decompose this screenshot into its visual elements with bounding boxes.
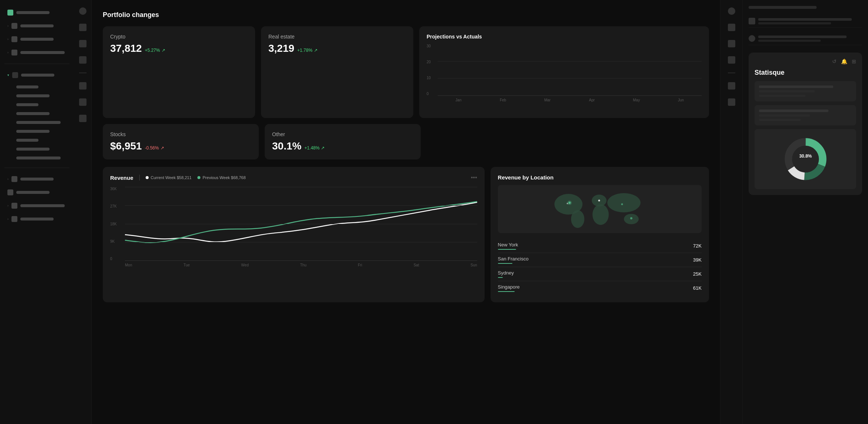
location-ny-value: 72K bbox=[693, 243, 702, 249]
location-sf-info: San Francisco bbox=[498, 256, 529, 264]
sidebar-sub-label-6 bbox=[16, 130, 50, 133]
notif-row-1[interactable] bbox=[749, 15, 862, 28]
strip-icon-3[interactable] bbox=[79, 40, 87, 47]
sidebar-sub-7[interactable] bbox=[13, 137, 69, 144]
location-ny-bar bbox=[498, 249, 516, 250]
sidebar-sub-5[interactable] bbox=[13, 119, 69, 126]
sidebar-icon-4 bbox=[11, 50, 17, 55]
stat-row-2 bbox=[759, 90, 815, 92]
top-bar bbox=[749, 6, 817, 9]
layout-icon[interactable]: ⊞ bbox=[852, 58, 856, 64]
second-cards-row: Stocks $6,951 -0.56% ↗ Other 30.1% +1.48… bbox=[103, 124, 709, 159]
strip-icon-2[interactable] bbox=[79, 24, 87, 31]
sidebar-expand-2[interactable]: › bbox=[7, 24, 9, 28]
donut-svg: 30.8% bbox=[781, 135, 830, 183]
strip-icon-1[interactable] bbox=[79, 7, 87, 15]
x-sat: Sat bbox=[414, 263, 419, 267]
sidebar-bottom-2[interactable] bbox=[4, 187, 69, 198]
sidebar-bottom-icon-1 bbox=[11, 176, 17, 182]
legend-label-previous: Previous Week $68,768 bbox=[203, 175, 246, 180]
strip-right-icon-2[interactable] bbox=[728, 24, 735, 31]
x-thu: Thu bbox=[300, 263, 306, 267]
bottom-row: Revenue Current Week $58,211 Previous We… bbox=[103, 167, 709, 302]
sidebar-bottom-1[interactable]: › bbox=[4, 174, 69, 184]
revenue-title: Revenue bbox=[110, 175, 133, 181]
x-label-feb: Feb bbox=[482, 98, 523, 102]
x-label-may: May bbox=[616, 98, 657, 102]
notification-icon[interactable]: 🔔 bbox=[841, 58, 847, 64]
history-icon[interactable]: ↺ bbox=[832, 58, 837, 64]
donut-percent-text: 30.8% bbox=[799, 154, 811, 159]
x-tue: Tue bbox=[183, 263, 190, 267]
location-singapore-name: Singapore bbox=[498, 284, 520, 290]
sidebar-group-header[interactable]: ▾ bbox=[4, 70, 69, 80]
strip-right-icon-3[interactable] bbox=[728, 40, 735, 47]
sidebar-bottom-3[interactable]: › bbox=[4, 201, 69, 211]
location-row-sydney: Sydney 25K bbox=[498, 267, 702, 281]
sidebar-expand-3[interactable]: › bbox=[7, 37, 9, 41]
location-singapore-bar bbox=[498, 291, 515, 292]
sidebar-sub-2[interactable] bbox=[13, 92, 69, 100]
y-27k: 27K bbox=[110, 204, 123, 208]
x-label-jun: Jun bbox=[660, 98, 702, 102]
statisque-panel: ↺ 🔔 ⊞ Statisque bbox=[749, 53, 862, 195]
sidebar-sub-8[interactable] bbox=[13, 145, 69, 153]
strip-icon-5[interactable] bbox=[79, 82, 87, 90]
sidebar-expand-4[interactable]: › bbox=[7, 51, 9, 54]
location-rows: New York 72K San Francisco 39K Sydney bbox=[498, 239, 702, 295]
location-title: Revenue by Location bbox=[498, 174, 702, 181]
location-singapore-info: Singapore bbox=[498, 284, 520, 292]
strip-icon-7[interactable] bbox=[79, 115, 87, 122]
projections-card: Projections vs Actuals 30 20 10 0 bbox=[419, 26, 709, 118]
bar-chart-x-labels: Jan Feb Mar Apr May Jun bbox=[438, 98, 702, 102]
notif-row-2[interactable] bbox=[749, 32, 862, 45]
top-cards-row: Crypto 37,812 +5.27% ↗ Real estate 3,219… bbox=[103, 26, 709, 118]
sidebar-sub-9[interactable] bbox=[13, 154, 69, 162]
notif-text-1b bbox=[758, 22, 831, 24]
sidebar-item-2[interactable]: › bbox=[4, 21, 69, 31]
main-content: Portfolio changes Crypto 37,812 +5.27% ↗… bbox=[92, 0, 720, 424]
strip-right-divider bbox=[728, 73, 735, 73]
statisque-donut-card: 30.8% bbox=[755, 129, 856, 189]
location-sydney-info: Sydney bbox=[498, 270, 514, 278]
sidebar-sub-1[interactable] bbox=[13, 83, 69, 91]
stat-row-3 bbox=[759, 95, 806, 97]
strip-right-icon-4[interactable] bbox=[728, 56, 735, 64]
location-sydney-name: Sydney bbox=[498, 270, 514, 276]
strip-right-icon-1[interactable] bbox=[728, 7, 735, 15]
strip-right-icon-6[interactable] bbox=[728, 98, 735, 106]
y-9k: 9K bbox=[110, 239, 123, 243]
world-map bbox=[498, 185, 702, 233]
strip-right-icon-5[interactable] bbox=[728, 82, 735, 90]
statisque-card-1 bbox=[755, 81, 856, 101]
sidebar-label-2 bbox=[20, 24, 54, 27]
location-row-singapore: Singapore 61K bbox=[498, 281, 702, 295]
strip-icon-4[interactable] bbox=[79, 56, 87, 64]
sidebar-sub-label-5 bbox=[16, 121, 61, 124]
revenue-more-button[interactable]: ••• bbox=[471, 174, 477, 181]
location-card: Revenue by Location bbox=[491, 167, 709, 302]
x-fri: Fri bbox=[358, 263, 362, 267]
other-value: 30.1% bbox=[272, 140, 301, 152]
location-sf-name: San Francisco bbox=[498, 256, 529, 262]
dot-sf bbox=[566, 203, 568, 204]
y-0: 0 bbox=[110, 257, 123, 261]
sidebar-bottom-icon-4 bbox=[11, 216, 17, 222]
sidebar-sub-label-7 bbox=[16, 139, 38, 142]
strip-icon-6[interactable] bbox=[79, 98, 87, 106]
notif-icon-1 bbox=[749, 18, 755, 24]
sidebar-item-3[interactable]: › bbox=[4, 34, 69, 44]
projections-title: Projections vs Actuals bbox=[427, 34, 702, 40]
sidebar-item-1[interactable] bbox=[4, 7, 69, 18]
sidebar-sub-4[interactable] bbox=[13, 110, 69, 117]
x-label-mar: Mar bbox=[527, 98, 568, 102]
other-card: Other 30.1% +1.48% ↗ bbox=[265, 124, 421, 159]
sidebar-bottom-4[interactable]: › bbox=[4, 214, 69, 224]
sidebar-sub-6[interactable] bbox=[13, 128, 69, 135]
x-label-jan: Jan bbox=[438, 98, 479, 102]
sidebar-bottom-label-1 bbox=[20, 178, 54, 181]
sidebar-divider-2 bbox=[4, 168, 69, 168]
sidebar-item-4[interactable]: › bbox=[4, 47, 69, 58]
sidebar-sub-3[interactable] bbox=[13, 101, 69, 108]
crypto-card: Crypto 37,812 +5.27% ↗ bbox=[103, 26, 255, 118]
